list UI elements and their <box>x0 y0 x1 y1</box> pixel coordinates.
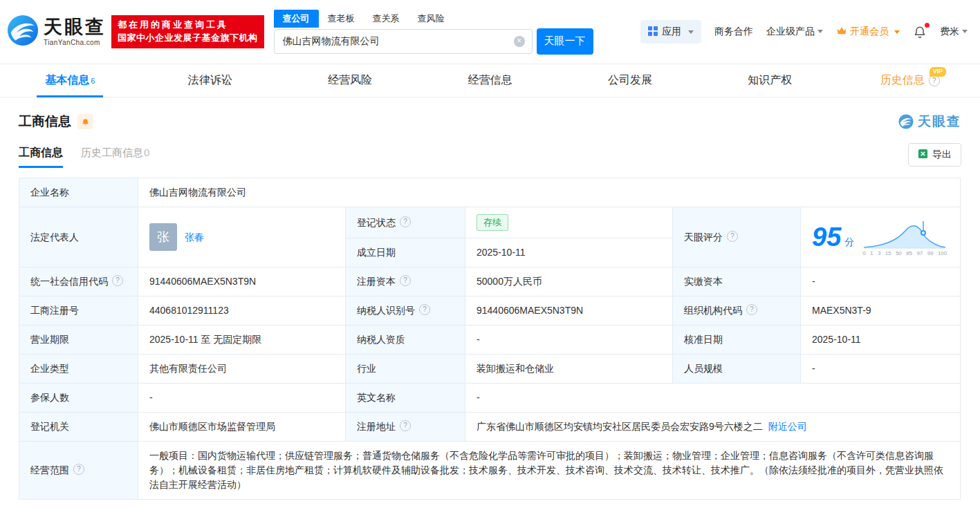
help-icon[interactable] <box>400 420 411 431</box>
insured-count-value: - <box>138 384 346 413</box>
search-tab-risk[interactable]: 查风险 <box>409 10 454 28</box>
clear-search-icon[interactable] <box>514 36 525 47</box>
section-header: 工商信息 天眼查 <box>0 111 980 132</box>
company-name-value: 佛山吉网物流有限公司 <box>138 178 961 207</box>
english-name-value: - <box>465 384 961 413</box>
promo-banner: 都在用的商业查询工具 国家中小企业发展子基金旗下机构 <box>111 15 264 48</box>
tab-operation-info[interactable]: 经营信息 <box>420 64 560 97</box>
monitor-bell-icon[interactable] <box>77 114 93 129</box>
crown-icon <box>836 26 847 37</box>
search-button[interactable]: 天眼一下 <box>537 28 593 55</box>
table-row: 统一社会信用代码 91440606MAEX5N3T9N 注册资本 50000万人… <box>19 267 961 296</box>
table-row: 工商注册号 440681012911123 纳税人识别号 91440606MAE… <box>19 296 961 326</box>
help-icon[interactable] <box>419 304 430 315</box>
tianyancha-logo-icon <box>7 15 39 49</box>
english-name-label: 英文名称 <box>346 384 465 413</box>
company-type-label: 企业类型 <box>19 355 138 384</box>
apps-grid-icon <box>648 26 658 38</box>
help-icon[interactable] <box>929 75 940 86</box>
business-info-table: 企业名称 佛山吉网物流有限公司 法定代表人 张 张春 登记状态 存续 天眼评分 … <box>19 178 961 500</box>
tab-basic-info[interactable]: 基本信息6 <box>0 64 140 97</box>
open-vip-label: 开通会员 <box>850 26 889 38</box>
tab-history-info[interactable]: 历史信息 VIP <box>840 64 980 97</box>
help-icon[interactable] <box>746 304 757 315</box>
reg-capital-label-text: 注册资本 <box>357 276 396 287</box>
axis-tick: 3 <box>878 251 880 256</box>
user-menu[interactable]: 费米 <box>940 26 968 38</box>
reg-address-label: 注册地址 <box>346 413 465 442</box>
business-cooperation-link[interactable]: 商务合作 <box>714 26 753 38</box>
legal-rep-label: 法定代表人 <box>19 207 138 267</box>
tianyancha-logo[interactable]: 天眼查 TianYanCha.com <box>7 15 106 49</box>
legal-rep-avatar[interactable]: 张 <box>149 223 177 251</box>
reg-address-cell: 广东省佛山市顺德区均安镇均安社区居民委员会宏安路9号六楼之二附近公司 <box>465 413 961 442</box>
help-icon[interactable] <box>73 464 84 475</box>
tianyancha-company-page: 天眼查 TianYanCha.com 都在用的商业查询工具 国家中小企业发展子基… <box>0 0 980 528</box>
score-label: 天眼评分 <box>673 207 801 267</box>
business-term-value: 2025-10-11 至 无固定期限 <box>138 326 346 355</box>
tab-basic-info-count: 6 <box>91 77 95 85</box>
logo-text: 天眼查 TianYanCha.com <box>44 18 106 46</box>
company-nav-tabs: 基本信息6 法律诉讼 经营风险 经营信息 公司发展 知识产权 历史信息 VIP <box>0 64 980 97</box>
score-distribution-chart: 0 1 3 15 50 85 97 99 100 <box>862 218 947 256</box>
export-button[interactable]: 导出 <box>908 143 961 167</box>
tab-company-development[interactable]: 公司发展 <box>560 64 700 97</box>
table-row: 参保人数 - 英文名称 - <box>19 384 961 413</box>
reg-number-label: 工商注册号 <box>19 296 138 326</box>
enterprise-products-link[interactable]: 企业级产品 <box>766 26 823 38</box>
search-tabs: 查公司 查老板 查关系 查风险 <box>274 10 593 28</box>
search-input[interactable] <box>281 35 514 48</box>
subtab-business-info[interactable]: 工商信息 <box>19 146 63 168</box>
axis-tick: 15 <box>885 251 891 256</box>
help-icon[interactable] <box>112 275 123 286</box>
apps-button[interactable]: 应用 <box>640 20 701 44</box>
reg-capital-value: 50000万人民币 <box>465 267 673 296</box>
score-value: 95 <box>812 224 841 250</box>
legal-rep-link[interactable]: 张春 <box>185 230 204 245</box>
search-tab-relation[interactable]: 查关系 <box>364 10 409 28</box>
promo-line2: 国家中小企业发展子基金旗下机构 <box>118 32 258 45</box>
section-title: 工商信息 <box>19 113 71 131</box>
staff-size-label: 人员规模 <box>673 355 801 384</box>
establish-date-value: 2025-10-11 <box>465 238 673 267</box>
axis-tick: 99 <box>927 251 934 256</box>
tab-legal-proceedings[interactable]: 法律诉讼 <box>140 64 279 97</box>
search-area: 查公司 查老板 查关系 查风险 天眼一下 <box>274 10 593 55</box>
business-scope-label-text: 经营范围 <box>30 464 69 475</box>
tab-history-info-label: 历史信息 <box>880 73 925 88</box>
org-code-label-text: 组织机构代码 <box>684 305 742 316</box>
business-scope-label: 经营范围 <box>19 442 138 500</box>
status-badge: 存续 <box>477 214 508 231</box>
business-scope-value: 一般项目：国内货物运输代理；供应链管理服务；普通货物仓储服务（不含危险化学品等需… <box>138 442 961 500</box>
apps-label: 应用 <box>662 26 681 38</box>
org-code-label: 组织机构代码 <box>673 296 801 326</box>
search-tab-boss[interactable]: 查老板 <box>319 10 364 28</box>
open-vip-link[interactable]: 开通会员 <box>836 26 900 38</box>
table-row: 登记机关 佛山市顺德区市场监督管理局 注册地址 广东省佛山市顺德区均安镇均安社区… <box>19 413 961 442</box>
search-tab-company[interactable]: 查公司 <box>274 10 319 28</box>
insured-count-label: 参保人数 <box>19 384 138 413</box>
table-row: 营业期限 2025-10-11 至 无固定期限 纳税人资质 - 核准日期 202… <box>19 326 961 355</box>
search-box <box>274 29 533 54</box>
nearby-companies-link[interactable]: 附近公司 <box>768 421 807 432</box>
score-label-text: 天眼评分 <box>684 232 723 243</box>
tab-operation-risk[interactable]: 经营风险 <box>280 64 420 97</box>
reg-number-value: 440681012911123 <box>138 296 346 326</box>
help-icon[interactable] <box>400 275 411 286</box>
help-icon[interactable] <box>727 231 738 242</box>
chevron-down-icon <box>688 30 694 34</box>
reg-authority-value: 佛山市顺德区市场监督管理局 <box>138 413 346 442</box>
help-icon[interactable] <box>400 216 411 227</box>
taxpayer-id-value: 91440606MAEX5N3T9N <box>465 296 673 326</box>
subtab-row: 工商信息 历史工商信息0 导出 <box>0 142 980 168</box>
axis-tick: 1 <box>870 251 873 256</box>
taxpayer-id-label: 纳税人识别号 <box>346 296 465 326</box>
notification-bell-icon[interactable] <box>913 25 927 39</box>
tab-intellectual-property[interactable]: 知识产权 <box>700 64 840 97</box>
reg-status-label: 登记状态 <box>346 207 465 238</box>
username: 费米 <box>940 26 959 37</box>
subtab-history-label: 历史工商信息 <box>81 147 143 158</box>
reg-authority-label: 登记机关 <box>19 413 138 442</box>
subtab-history-business-info[interactable]: 历史工商信息0 <box>81 147 149 168</box>
approval-date-value: 2025-10-11 <box>801 326 961 355</box>
